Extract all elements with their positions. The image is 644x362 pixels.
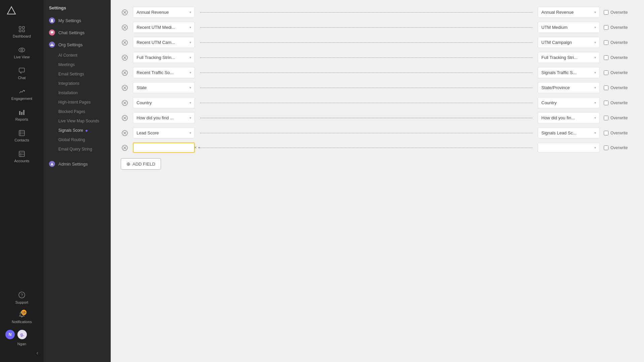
target-field-select-6[interactable]: State/Province▾ — [538, 82, 600, 93]
dotted-line-10 — [200, 147, 532, 148]
overwrite-checkbox-3[interactable] — [604, 40, 608, 45]
overwrite-checkbox-6[interactable] — [604, 85, 608, 90]
signals-score-badge — [86, 130, 88, 132]
overwrite-7: Overwrite — [604, 101, 634, 105]
target-field-select-7[interactable]: Country▾ — [538, 97, 600, 108]
svg-rect-10 — [21, 112, 22, 115]
settings-section-admin[interactable]: Admin Settings — [44, 158, 111, 170]
contacts-icon — [18, 129, 25, 137]
source-field-select-4[interactable]: Full Tracking Strin...▾ — [133, 52, 195, 63]
field-row-2: Recent UTM Medi...▾UTM Medium▾Overwrite — [121, 22, 634, 33]
chevron-down-icon-10[interactable]: ▾ — [198, 146, 200, 149]
collapse-button[interactable]: ‹ — [0, 347, 44, 359]
field-row-5: Recent Traffic So...▾Signals Traffic S..… — [121, 67, 634, 78]
target-field-select-2[interactable]: UTM Medium▾ — [538, 22, 600, 33]
field-row-9: Lead Score▾Signals Lead Sc...▾Overwrite — [121, 127, 634, 138]
settings-sub-global-routing[interactable]: Global Routing — [44, 135, 111, 144]
svg-point-5 — [19, 48, 25, 52]
settings-sub-blocked[interactable]: Blocked Pages — [44, 107, 111, 116]
field-remove-6[interactable] — [121, 84, 129, 92]
nav-label-contacts: Contacts — [14, 138, 29, 142]
field-remove-10[interactable] — [121, 144, 129, 152]
notifications-item[interactable]: 15 Notifications — [0, 308, 44, 327]
field-remove-9[interactable] — [121, 129, 129, 137]
target-field-select-10[interactable]: ▾ — [538, 143, 600, 153]
dotted-line-5 — [200, 72, 532, 73]
settings-sub-high-intent[interactable]: High-Intent Pages — [44, 98, 111, 107]
target-field-select-9[interactable]: Signals Lead Sc...▾ — [538, 127, 600, 138]
overwrite-10: Overwrite — [604, 145, 634, 150]
clear-icon-10[interactable]: ✕ — [194, 145, 197, 150]
overwrite-checkbox-1[interactable] — [604, 10, 608, 15]
overwrite-checkbox-7[interactable] — [604, 101, 608, 105]
admin-settings-label: Admin Settings — [58, 162, 88, 167]
field-remove-2[interactable] — [121, 23, 129, 32]
overwrite-label-7: Overwrite — [610, 101, 628, 105]
nav-item-chat[interactable]: Chat — [0, 63, 44, 84]
user-item[interactable]: N g. — [0, 327, 44, 342]
settings-sub-email-query[interactable]: Email Query String — [44, 144, 111, 154]
source-field-select-8[interactable]: How did you find ...▾ — [133, 112, 195, 123]
source-field-select-2[interactable]: Recent UTM Medi...▾ — [133, 22, 195, 33]
target-field-select-5[interactable]: Signals Traffic S...▾ — [538, 67, 600, 78]
field-remove-8[interactable] — [121, 114, 129, 122]
support-item[interactable]: ? Support — [0, 288, 44, 308]
field-row-6: State▾State/Province▾Overwrite — [121, 82, 634, 93]
dotted-line-2 — [200, 27, 532, 28]
nav-item-accounts[interactable]: Accounts — [0, 146, 44, 167]
field-remove-5[interactable] — [121, 69, 129, 77]
target-field-select-4[interactable]: Full Tracking Stri...▾ — [538, 52, 600, 63]
settings-sub-email[interactable]: Email Settings — [44, 69, 111, 79]
nav-item-reports[interactable]: Reports — [0, 105, 44, 125]
accounts-icon — [18, 150, 25, 158]
nav-bottom: ? Support 15 Notifications N g. Ngan ‹ — [0, 288, 44, 362]
settings-sub-signals-score[interactable]: Signals Score — [44, 126, 111, 135]
dotted-line-8 — [200, 118, 532, 118]
settings-sub-livemap[interactable]: Live View Map Sounds — [44, 116, 111, 126]
source-field-active-10[interactable]: ✕ ▾ — [133, 142, 195, 153]
settings-sub-installation[interactable]: Installation — [44, 88, 111, 98]
source-field-select-5[interactable]: Recent Traffic So...▾ — [133, 67, 195, 78]
overwrite-label-10: Overwrite — [610, 145, 628, 150]
field-remove-1[interactable] — [121, 8, 129, 16]
settings-section-my[interactable]: My Settings — [44, 14, 111, 26]
field-remove-7[interactable] — [121, 99, 129, 107]
engagement-icon — [18, 88, 25, 95]
source-field-select-1[interactable]: Annual Revenue▾ — [133, 7, 195, 18]
overwrite-checkbox-4[interactable] — [604, 55, 608, 60]
dotted-line-7 — [200, 103, 532, 103]
settings-sub-meetings[interactable]: Meetings — [44, 60, 111, 69]
nav-item-engagement[interactable]: Engagement — [0, 84, 44, 105]
source-field-select-6[interactable]: State▾ — [133, 82, 195, 93]
target-field-select-8[interactable]: How did you fin...▾ — [538, 112, 600, 123]
chevron-icon: ▾ — [190, 101, 191, 105]
overwrite-checkbox-8[interactable] — [604, 116, 608, 120]
plus-circle-icon: ⊕ — [126, 161, 130, 167]
nav-label-chat: Chat — [18, 76, 25, 80]
source-field-input-10[interactable] — [136, 145, 193, 150]
nav-item-live-view[interactable]: Live View — [0, 42, 44, 63]
target-field-select-3[interactable]: UTM Campaign▾ — [538, 37, 600, 48]
settings-section-org[interactable]: Org Settings — [44, 39, 111, 51]
question-icon: ? — [18, 292, 25, 299]
settings-section-chat[interactable]: Chat Settings — [44, 26, 111, 39]
overwrite-checkbox-10[interactable] — [604, 145, 608, 150]
settings-sub-ai[interactable]: AI Content — [44, 51, 111, 60]
field-remove-3[interactable] — [121, 39, 129, 47]
settings-sub-integrations[interactable]: Integrations — [44, 79, 111, 88]
nav-item-dashboard[interactable]: Dashboard — [0, 21, 44, 42]
avatar: N — [5, 330, 15, 339]
add-field-button[interactable]: ⊕ ADD FIELD — [121, 158, 161, 170]
field-remove-4[interactable] — [121, 54, 129, 62]
nav-item-contacts[interactable]: Contacts — [0, 125, 44, 146]
field-row-7: Country▾Country▾Overwrite — [121, 97, 634, 108]
source-field-select-3[interactable]: Recent UTM Cam...▾ — [133, 37, 195, 48]
overwrite-checkbox-5[interactable] — [604, 70, 608, 75]
chevron-icon: ▾ — [190, 116, 191, 120]
target-field-select-1[interactable]: Annual Revenue▾ — [538, 7, 600, 18]
source-field-select-7[interactable]: Country▾ — [133, 97, 195, 108]
overwrite-checkbox-9[interactable] — [604, 131, 608, 135]
overwrite-checkbox-2[interactable] — [604, 25, 608, 30]
chevron-icon: ▾ — [190, 25, 191, 29]
source-field-select-9[interactable]: Lead Score▾ — [133, 127, 195, 138]
